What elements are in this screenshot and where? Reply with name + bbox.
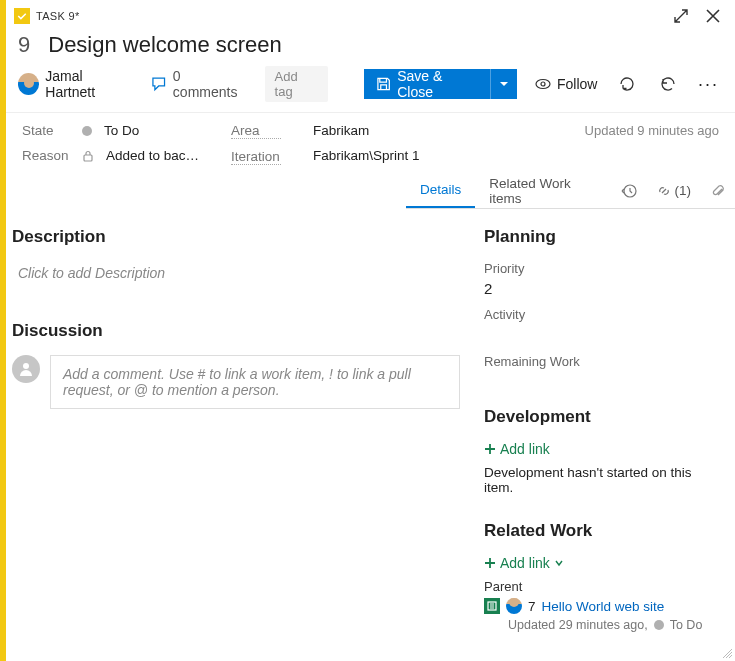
close-icon[interactable]: [703, 6, 723, 26]
reason-label: Reason: [22, 148, 70, 163]
state-dot-icon: [654, 620, 664, 630]
fullscreen-icon[interactable]: [671, 6, 691, 26]
iteration-value[interactable]: Fabrikam\Sprint 1: [313, 148, 420, 163]
development-note: Development hasn't started on this item.: [484, 465, 719, 495]
parent-updated: Updated 29 minutes ago,: [508, 618, 648, 632]
workitem-title[interactable]: Design welcome screen: [48, 32, 719, 58]
reason-value[interactable]: Added to bac…: [106, 148, 199, 163]
link-icon: [657, 184, 671, 198]
tab-history[interactable]: [611, 173, 647, 208]
history-icon: [621, 183, 637, 199]
more-actions-button[interactable]: ···: [698, 74, 719, 95]
priority-value[interactable]: 2: [484, 280, 719, 297]
attachment-icon: [711, 184, 725, 198]
task-type-icon: [14, 8, 30, 24]
avatar: [506, 598, 522, 614]
eye-icon: [535, 76, 551, 92]
pbi-icon: [484, 598, 500, 614]
iteration-label: Iteration: [231, 149, 281, 165]
state-label: State: [22, 123, 70, 138]
plus-icon: [484, 443, 496, 455]
workitem-id: 9: [18, 32, 30, 58]
refresh-icon: [618, 75, 636, 93]
planning-heading: Planning: [484, 227, 719, 247]
chevron-down-icon: [499, 79, 509, 89]
assignee-picker[interactable]: Jamal Hartnett: [18, 68, 133, 100]
description-input[interactable]: Click to add Description: [12, 261, 460, 285]
svg-point-4: [23, 363, 29, 369]
parent-work-item[interactable]: 7 Hello World web site: [484, 598, 719, 614]
avatar: [18, 73, 39, 95]
assignee-name: Jamal Hartnett: [45, 68, 133, 100]
parent-id: 7: [528, 599, 536, 614]
save-dropdown-button[interactable]: [490, 69, 517, 99]
resize-grip-icon[interactable]: [721, 647, 733, 659]
description-heading: Description: [12, 227, 460, 247]
user-avatar-placeholder: [12, 355, 40, 383]
area-value[interactable]: Fabrikam: [313, 123, 369, 138]
refresh-button[interactable]: [615, 72, 638, 96]
priority-label: Priority: [484, 261, 719, 276]
development-heading: Development: [484, 407, 719, 427]
save-close-button[interactable]: Save & Close: [364, 69, 517, 99]
discussion-input[interactable]: Add a comment. Use # to link a work item…: [50, 355, 460, 409]
tab-links[interactable]: (1): [647, 173, 702, 208]
development-add-link[interactable]: Add link: [484, 441, 719, 457]
svg-rect-2: [84, 155, 92, 161]
parent-title-link[interactable]: Hello World web site: [542, 599, 665, 614]
tab-related-work-items[interactable]: Related Work items: [475, 173, 610, 208]
related-work-heading: Related Work: [484, 521, 719, 541]
undo-button[interactable]: [657, 72, 680, 96]
discussion-heading: Discussion: [12, 321, 460, 341]
undo-icon: [659, 75, 677, 93]
tab-attachments[interactable]: [701, 173, 735, 208]
save-icon: [376, 76, 391, 92]
remaining-work-label: Remaining Work: [484, 354, 719, 369]
state-dot-icon: [82, 126, 92, 136]
plus-icon: [484, 557, 496, 569]
comment-icon: [151, 76, 166, 92]
task-type-label: TASK 9*: [36, 10, 79, 22]
activity-label: Activity: [484, 307, 719, 322]
comments-count[interactable]: 0 comments: [151, 68, 246, 100]
area-label: Area: [231, 123, 281, 139]
related-work-add-link[interactable]: Add link: [484, 555, 719, 571]
tab-details[interactable]: Details: [406, 173, 475, 208]
updated-timestamp: Updated 9 minutes ago: [585, 123, 719, 138]
add-tag-button[interactable]: Add tag: [265, 66, 328, 102]
state-value[interactable]: To Do: [104, 123, 139, 138]
chevron-down-icon: [554, 558, 564, 568]
parent-state: To Do: [670, 618, 703, 632]
lock-icon: [82, 150, 94, 162]
svg-point-0: [536, 80, 550, 89]
parent-label: Parent: [484, 579, 719, 594]
svg-point-1: [541, 82, 545, 86]
follow-button[interactable]: Follow: [535, 76, 597, 92]
